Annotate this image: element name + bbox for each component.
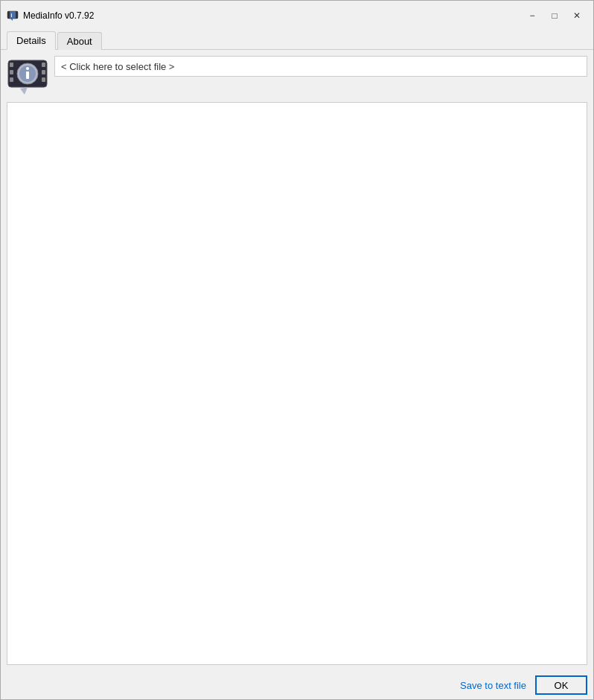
svg-rect-8 bbox=[10, 77, 13, 82]
title-bar: i MediaInfo v0.7.92 − □ ✕ bbox=[1, 1, 593, 28]
title-bar-left: i MediaInfo v0.7.92 bbox=[7, 10, 94, 22]
svg-rect-2 bbox=[16, 11, 18, 19]
svg-rect-15 bbox=[26, 71, 29, 79]
top-row: < Click here to select file > bbox=[7, 56, 587, 98]
svg-marker-16 bbox=[20, 87, 28, 95]
title-controls: − □ ✕ bbox=[522, 7, 587, 24]
svg-marker-4 bbox=[10, 19, 13, 21]
bottom-bar: Save to text file OK bbox=[1, 671, 593, 699]
app-logo bbox=[7, 56, 48, 98]
tab-about[interactable]: About bbox=[57, 32, 102, 50]
content-area: < Click here to select file > bbox=[1, 50, 593, 671]
tab-details[interactable]: Details bbox=[7, 31, 56, 50]
svg-rect-11 bbox=[42, 77, 45, 82]
svg-point-14 bbox=[26, 67, 29, 70]
text-panel-wrapper bbox=[7, 102, 587, 665]
main-window: i MediaInfo v0.7.92 − □ ✕ Details About bbox=[0, 0, 594, 700]
svg-rect-1 bbox=[7, 11, 10, 19]
close-button[interactable]: ✕ bbox=[566, 7, 587, 24]
svg-rect-9 bbox=[42, 63, 45, 67]
svg-rect-7 bbox=[10, 70, 13, 74]
svg-rect-6 bbox=[10, 63, 13, 67]
text-panel[interactable] bbox=[7, 103, 587, 664]
ok-button[interactable]: OK bbox=[535, 675, 587, 695]
svg-text:i: i bbox=[11, 13, 13, 18]
title-text: MediaInfo v0.7.92 bbox=[23, 10, 94, 21]
app-title-icon: i bbox=[7, 10, 19, 22]
file-selector[interactable]: < Click here to select file > bbox=[54, 56, 587, 77]
tab-bar: Details About bbox=[1, 28, 593, 50]
minimize-button[interactable]: − bbox=[522, 7, 543, 24]
save-to-text-file-link[interactable]: Save to text file bbox=[460, 680, 526, 691]
svg-rect-10 bbox=[42, 70, 45, 74]
maximize-button[interactable]: □ bbox=[544, 7, 565, 24]
